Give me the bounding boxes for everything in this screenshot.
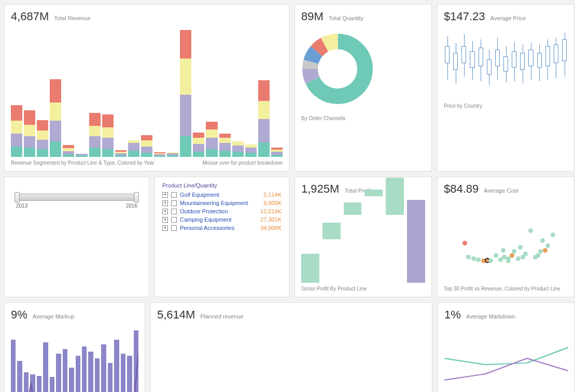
slider-handle-end[interactable] — [134, 192, 139, 202]
markup-label: Average Markup — [33, 313, 75, 320]
checkbox[interactable] — [171, 225, 177, 231]
revenue-footer-right: Mouse over for product breakdown — [202, 160, 283, 166]
legend-item[interactable]: +Mountaineering Equipment9,900K — [162, 200, 282, 206]
dashboard-grid: 4,687M Total Revenue Revenue Segmented b… — [4, 4, 571, 297]
product-line-legend: Product Line/Quantity +Golf Equipment5,1… — [155, 177, 289, 297]
legend-item-value: 27,301K — [260, 216, 282, 223]
markup-profit-chart[interactable] — [11, 326, 138, 392]
markdown-line-chart[interactable] — [444, 326, 568, 392]
avg-cost-value: $84.89 — [444, 182, 479, 196]
avg-price-card: $147.23 Average Price Price by Country — [437, 4, 574, 171]
profit-revenue-scatter[interactable] — [444, 200, 568, 283]
checkbox[interactable] — [171, 217, 177, 223]
legend-item[interactable]: +Camping Equipment27,301K — [162, 216, 282, 223]
legend-item[interactable]: +Golf Equipment5,114K — [162, 192, 282, 198]
avg-cost-label: Average Cost — [484, 187, 518, 194]
legend-item-value: 9,900K — [263, 200, 282, 206]
expand-icon[interactable]: + — [162, 209, 168, 214]
legend-item-label: Outdoor Protection — [180, 208, 257, 214]
checkbox[interactable] — [171, 192, 177, 198]
markup-value: 9% — [11, 308, 27, 322]
profit-footer: Gross Profit By Product Line — [301, 286, 367, 292]
avg-cost-card: $84.89 Average Cost Top 30 Profit vs Rev… — [437, 177, 574, 297]
year-slider[interactable] — [16, 194, 137, 201]
quantity-card: 89M Total Quantity By Order Channels — [294, 4, 432, 171]
legend-item-label: Camping Equipment — [180, 216, 257, 223]
legend-item[interactable]: +Outdoor Protection12,014K — [162, 208, 282, 214]
legend-item-value: 34,908K — [260, 225, 282, 231]
legend-item-value: 12,014K — [260, 208, 282, 214]
checkbox[interactable] — [171, 200, 177, 206]
quantity-label: Total Quantity — [329, 15, 363, 21]
profit-card: 1,925M Total Profit Gross Profit By Prod… — [294, 177, 432, 297]
avg-price-footer: Price by Country — [444, 103, 482, 109]
slider-end-label: 2016 — [126, 203, 137, 209]
quantity-footer: By Order Channels — [301, 115, 345, 121]
checkbox[interactable] — [171, 209, 177, 214]
avg-price-value: $147.23 — [444, 10, 485, 23]
markdown-label: Average Markdown — [466, 313, 515, 320]
avg-cost-footer: Top 30 Profit vs Revenue, Colored by Pro… — [444, 286, 560, 292]
planned-card: 5,614M Planned revenue Revenue: Plan vs … — [150, 302, 432, 392]
expand-icon[interactable]: + — [162, 225, 168, 231]
legend-item-label: Golf Equipment — [180, 192, 260, 198]
slider-start-label: 2013 — [16, 203, 27, 209]
revenue-label: Total Revenue — [54, 15, 90, 21]
slider-handle-start[interactable] — [15, 192, 20, 202]
revenue-card: 4,687M Total Revenue Revenue Segmented b… — [4, 4, 289, 171]
legend-item[interactable]: +Personal Accessories34,908K — [162, 225, 282, 231]
revenue-value: 4,687M — [11, 10, 49, 23]
markdown-card: 1% Average Markdown 2013201420152016 Mar… — [438, 302, 575, 392]
legend-item-label: Personal Accessories — [180, 225, 257, 231]
planned-value: 5,614M — [157, 308, 195, 322]
quantity-value: 89M — [301, 10, 324, 23]
price-country-chart[interactable] — [444, 27, 568, 100]
markup-card: 9% Average Markup Markup & Profit by Cou… — [4, 302, 145, 392]
plan-vs-actual-chart[interactable] — [157, 326, 426, 392]
profit-value: 1,925M — [301, 182, 339, 196]
legend-title: Product Line/Quantity — [162, 182, 282, 188]
expand-icon[interactable]: + — [162, 217, 168, 223]
filter-row: 2013 2016 Product Line/Quantity +Golf Eq… — [4, 177, 289, 297]
planned-label: Planned revenue — [200, 313, 243, 320]
legend-item-label: Mountaineering Equipment — [180, 200, 260, 206]
revenue-footer-left: Revenue Segmented by Product Line & Type… — [11, 160, 155, 166]
legend-item-value: 5,114K — [263, 192, 282, 198]
expand-icon[interactable]: + — [162, 200, 168, 206]
markdown-value: 1% — [444, 308, 461, 322]
revenue-stacked-chart[interactable] — [11, 27, 283, 157]
avg-price-label: Average Price — [490, 15, 526, 21]
expand-icon[interactable]: + — [162, 192, 168, 198]
bottom-row: 9% Average Markup Markup & Profit by Cou… — [4, 302, 571, 392]
profit-waterfall-chart[interactable] — [301, 200, 425, 283]
year-slider-card: 2013 2016 — [4, 177, 149, 297]
quantity-donut-chart[interactable] — [301, 33, 374, 105]
